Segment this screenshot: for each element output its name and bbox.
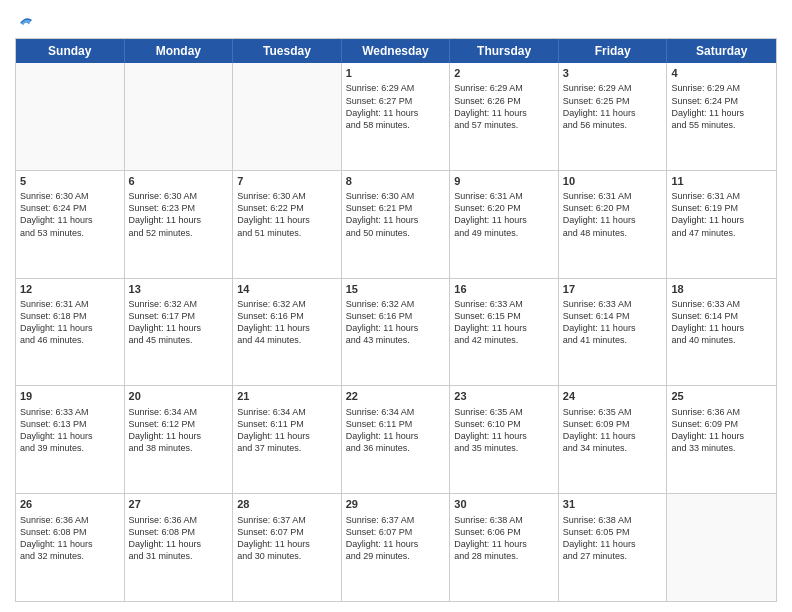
day-info: Sunrise: 6:31 AM Sunset: 6:20 PM Dayligh… <box>563 190 663 239</box>
page: SundayMondayTuesdayWednesdayThursdayFrid… <box>0 0 792 612</box>
header-day-thursday: Thursday <box>450 39 559 63</box>
day-number: 9 <box>454 174 554 189</box>
calendar-cell: 21Sunrise: 6:34 AM Sunset: 6:11 PM Dayli… <box>233 386 342 493</box>
calendar-cell: 30Sunrise: 6:38 AM Sunset: 6:06 PM Dayli… <box>450 494 559 601</box>
day-number: 27 <box>129 497 229 512</box>
day-info: Sunrise: 6:32 AM Sunset: 6:16 PM Dayligh… <box>346 298 446 347</box>
day-info: Sunrise: 6:34 AM Sunset: 6:11 PM Dayligh… <box>237 406 337 455</box>
day-info: Sunrise: 6:33 AM Sunset: 6:15 PM Dayligh… <box>454 298 554 347</box>
day-number: 18 <box>671 282 772 297</box>
calendar-body: 1Sunrise: 6:29 AM Sunset: 6:27 PM Daylig… <box>16 63 776 601</box>
day-info: Sunrise: 6:30 AM Sunset: 6:24 PM Dayligh… <box>20 190 120 239</box>
day-info: Sunrise: 6:37 AM Sunset: 6:07 PM Dayligh… <box>237 514 337 563</box>
day-number: 2 <box>454 66 554 81</box>
day-number: 3 <box>563 66 663 81</box>
calendar: SundayMondayTuesdayWednesdayThursdayFrid… <box>15 38 777 602</box>
calendar-cell: 24Sunrise: 6:35 AM Sunset: 6:09 PM Dayli… <box>559 386 668 493</box>
day-number: 28 <box>237 497 337 512</box>
header-day-tuesday: Tuesday <box>233 39 342 63</box>
day-number: 15 <box>346 282 446 297</box>
calendar-cell: 18Sunrise: 6:33 AM Sunset: 6:14 PM Dayli… <box>667 279 776 386</box>
calendar-cell: 29Sunrise: 6:37 AM Sunset: 6:07 PM Dayli… <box>342 494 451 601</box>
calendar-cell: 22Sunrise: 6:34 AM Sunset: 6:11 PM Dayli… <box>342 386 451 493</box>
calendar-row-3: 12Sunrise: 6:31 AM Sunset: 6:18 PM Dayli… <box>16 278 776 386</box>
day-info: Sunrise: 6:30 AM Sunset: 6:23 PM Dayligh… <box>129 190 229 239</box>
day-number: 11 <box>671 174 772 189</box>
day-info: Sunrise: 6:36 AM Sunset: 6:09 PM Dayligh… <box>671 406 772 455</box>
day-info: Sunrise: 6:36 AM Sunset: 6:08 PM Dayligh… <box>20 514 120 563</box>
day-info: Sunrise: 6:33 AM Sunset: 6:14 PM Dayligh… <box>563 298 663 347</box>
calendar-cell <box>125 63 234 170</box>
day-number: 31 <box>563 497 663 512</box>
day-number: 30 <box>454 497 554 512</box>
calendar-cell: 15Sunrise: 6:32 AM Sunset: 6:16 PM Dayli… <box>342 279 451 386</box>
header-day-wednesday: Wednesday <box>342 39 451 63</box>
day-info: Sunrise: 6:31 AM Sunset: 6:19 PM Dayligh… <box>671 190 772 239</box>
day-info: Sunrise: 6:37 AM Sunset: 6:07 PM Dayligh… <box>346 514 446 563</box>
day-number: 22 <box>346 389 446 404</box>
day-number: 16 <box>454 282 554 297</box>
calendar-cell: 12Sunrise: 6:31 AM Sunset: 6:18 PM Dayli… <box>16 279 125 386</box>
calendar-cell: 5Sunrise: 6:30 AM Sunset: 6:24 PM Daylig… <box>16 171 125 278</box>
calendar-row-1: 1Sunrise: 6:29 AM Sunset: 6:27 PM Daylig… <box>16 63 776 170</box>
day-number: 24 <box>563 389 663 404</box>
calendar-header: SundayMondayTuesdayWednesdayThursdayFrid… <box>16 39 776 63</box>
day-number: 21 <box>237 389 337 404</box>
day-info: Sunrise: 6:33 AM Sunset: 6:13 PM Dayligh… <box>20 406 120 455</box>
day-info: Sunrise: 6:34 AM Sunset: 6:12 PM Dayligh… <box>129 406 229 455</box>
logo-icon <box>17 14 35 32</box>
day-number: 8 <box>346 174 446 189</box>
calendar-cell <box>16 63 125 170</box>
calendar-cell: 25Sunrise: 6:36 AM Sunset: 6:09 PM Dayli… <box>667 386 776 493</box>
day-number: 6 <box>129 174 229 189</box>
calendar-cell: 16Sunrise: 6:33 AM Sunset: 6:15 PM Dayli… <box>450 279 559 386</box>
calendar-cell <box>233 63 342 170</box>
calendar-cell: 13Sunrise: 6:32 AM Sunset: 6:17 PM Dayli… <box>125 279 234 386</box>
calendar-row-2: 5Sunrise: 6:30 AM Sunset: 6:24 PM Daylig… <box>16 170 776 278</box>
day-number: 5 <box>20 174 120 189</box>
day-number: 13 <box>129 282 229 297</box>
day-info: Sunrise: 6:33 AM Sunset: 6:14 PM Dayligh… <box>671 298 772 347</box>
day-info: Sunrise: 6:29 AM Sunset: 6:26 PM Dayligh… <box>454 82 554 131</box>
day-info: Sunrise: 6:34 AM Sunset: 6:11 PM Dayligh… <box>346 406 446 455</box>
calendar-cell: 19Sunrise: 6:33 AM Sunset: 6:13 PM Dayli… <box>16 386 125 493</box>
calendar-cell: 17Sunrise: 6:33 AM Sunset: 6:14 PM Dayli… <box>559 279 668 386</box>
calendar-cell: 11Sunrise: 6:31 AM Sunset: 6:19 PM Dayli… <box>667 171 776 278</box>
calendar-cell: 27Sunrise: 6:36 AM Sunset: 6:08 PM Dayli… <box>125 494 234 601</box>
header-day-monday: Monday <box>125 39 234 63</box>
day-number: 26 <box>20 497 120 512</box>
header-day-sunday: Sunday <box>16 39 125 63</box>
day-info: Sunrise: 6:30 AM Sunset: 6:22 PM Dayligh… <box>237 190 337 239</box>
header-day-friday: Friday <box>559 39 668 63</box>
calendar-cell: 10Sunrise: 6:31 AM Sunset: 6:20 PM Dayli… <box>559 171 668 278</box>
day-info: Sunrise: 6:31 AM Sunset: 6:18 PM Dayligh… <box>20 298 120 347</box>
calendar-cell: 6Sunrise: 6:30 AM Sunset: 6:23 PM Daylig… <box>125 171 234 278</box>
day-info: Sunrise: 6:35 AM Sunset: 6:09 PM Dayligh… <box>563 406 663 455</box>
day-number: 1 <box>346 66 446 81</box>
calendar-cell: 9Sunrise: 6:31 AM Sunset: 6:20 PM Daylig… <box>450 171 559 278</box>
calendar-cell: 31Sunrise: 6:38 AM Sunset: 6:05 PM Dayli… <box>559 494 668 601</box>
day-info: Sunrise: 6:29 AM Sunset: 6:27 PM Dayligh… <box>346 82 446 131</box>
calendar-cell: 1Sunrise: 6:29 AM Sunset: 6:27 PM Daylig… <box>342 63 451 170</box>
calendar-cell: 28Sunrise: 6:37 AM Sunset: 6:07 PM Dayli… <box>233 494 342 601</box>
calendar-cell: 20Sunrise: 6:34 AM Sunset: 6:12 PM Dayli… <box>125 386 234 493</box>
calendar-cell: 8Sunrise: 6:30 AM Sunset: 6:21 PM Daylig… <box>342 171 451 278</box>
calendar-row-4: 19Sunrise: 6:33 AM Sunset: 6:13 PM Dayli… <box>16 385 776 493</box>
day-number: 14 <box>237 282 337 297</box>
calendar-cell: 26Sunrise: 6:36 AM Sunset: 6:08 PM Dayli… <box>16 494 125 601</box>
day-number: 29 <box>346 497 446 512</box>
day-number: 19 <box>20 389 120 404</box>
calendar-row-5: 26Sunrise: 6:36 AM Sunset: 6:08 PM Dayli… <box>16 493 776 601</box>
day-number: 4 <box>671 66 772 81</box>
day-info: Sunrise: 6:32 AM Sunset: 6:16 PM Dayligh… <box>237 298 337 347</box>
day-number: 25 <box>671 389 772 404</box>
day-number: 20 <box>129 389 229 404</box>
calendar-cell: 14Sunrise: 6:32 AM Sunset: 6:16 PM Dayli… <box>233 279 342 386</box>
day-number: 17 <box>563 282 663 297</box>
calendar-cell: 3Sunrise: 6:29 AM Sunset: 6:25 PM Daylig… <box>559 63 668 170</box>
calendar-cell: 2Sunrise: 6:29 AM Sunset: 6:26 PM Daylig… <box>450 63 559 170</box>
day-number: 12 <box>20 282 120 297</box>
calendar-cell: 23Sunrise: 6:35 AM Sunset: 6:10 PM Dayli… <box>450 386 559 493</box>
day-info: Sunrise: 6:32 AM Sunset: 6:17 PM Dayligh… <box>129 298 229 347</box>
calendar-cell <box>667 494 776 601</box>
